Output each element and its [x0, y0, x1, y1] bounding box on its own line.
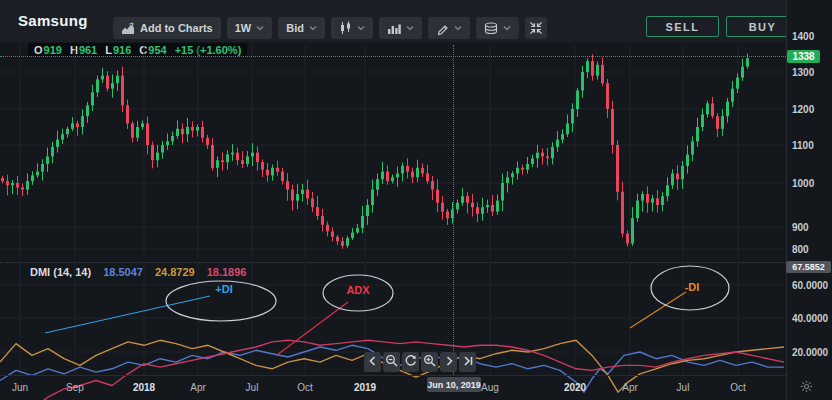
nav-skip-end-button[interactable] — [459, 352, 476, 372]
axis-tick-label: 1000 — [792, 178, 814, 189]
indicators-dropdown[interactable] — [379, 17, 422, 39]
axis-tick-label: 40.0000 — [792, 313, 828, 324]
layers-dropdown[interactable] — [476, 17, 519, 39]
gear-icon[interactable] — [800, 379, 813, 397]
chevron-right-icon — [443, 353, 455, 371]
trading-app-window: Samsung Add to Charts 1W Bid — [0, 0, 832, 400]
svg-text:+DI: +DI — [215, 283, 232, 295]
bar-chart-icon — [387, 22, 401, 35]
dmi-adx-value: 18.1896 — [207, 266, 247, 278]
chevron-down-icon — [454, 25, 462, 31]
interval-value: 1W — [235, 22, 252, 34]
skip-end-icon — [462, 353, 474, 371]
interval-dropdown[interactable]: 1W — [227, 17, 273, 39]
crosshair-vertical-line — [453, 45, 454, 375]
candlestick-chart[interactable] — [0, 45, 786, 258]
trade-buttons: SELL BUY — [646, 16, 799, 37]
nav-reset-button[interactable] — [402, 352, 419, 372]
time-tick-label: Oct — [730, 382, 746, 393]
collapse-chart-button[interactable] — [525, 17, 547, 39]
dmi-plus-di-value: 18.5047 — [103, 266, 143, 278]
time-tick-label: Jul — [246, 382, 259, 393]
annotation-ADX: ADX — [277, 275, 393, 355]
axis-tick-label: 1200 — [792, 104, 814, 115]
axis-tick-label: 60.0000 — [792, 280, 828, 291]
time-tick-label: Sep — [66, 382, 84, 393]
time-tick-label: 2019 — [354, 382, 376, 393]
zoom-in-icon — [423, 353, 436, 371]
svg-text:ADX: ADX — [346, 284, 370, 296]
time-tick-label: Oct — [297, 382, 313, 393]
annotation--DI: -DI — [630, 266, 729, 328]
drawing-tools-dropdown[interactable] — [428, 17, 470, 39]
last-price-line — [0, 56, 786, 57]
time-tick-label: Jul — [677, 382, 690, 393]
axis-tick-label: 1100 — [792, 140, 814, 151]
chevron-down-icon — [309, 25, 317, 31]
sell-button[interactable]: SELL — [646, 16, 719, 37]
add-to-charts-label: Add to Charts — [140, 22, 213, 34]
time-tick-label: Aug — [481, 382, 499, 393]
collapse-icon — [529, 21, 543, 35]
axis-tick-label: 1400 — [792, 31, 814, 42]
axis-tick-label: 1300 — [792, 67, 814, 78]
zoom-out-icon — [385, 353, 398, 371]
nav-zoom-out-button[interactable] — [383, 352, 400, 372]
chart-style-dropdown[interactable] — [331, 17, 373, 39]
time-axis[interactable]: JunSep2018AprJulOct2019Aug2020AprJulOct — [0, 375, 786, 400]
time-tick-label: 2018 — [133, 382, 155, 393]
axis-tick-label: 800 — [792, 244, 809, 255]
price-mode-value: Bid — [286, 22, 304, 34]
chevron-left-icon — [367, 353, 379, 371]
time-tick-label: 2020 — [564, 382, 586, 393]
dmi-minus-di-value: 24.8729 — [155, 266, 195, 278]
chevron-down-icon — [503, 25, 511, 31]
pen-icon — [436, 22, 449, 35]
nav-chevron-left-button[interactable] — [364, 352, 381, 372]
axis-tick-label: 900 — [792, 222, 809, 233]
chart-toolbar: Add to Charts 1W Bid — [113, 17, 547, 39]
reset-icon — [404, 353, 417, 371]
layers-icon — [484, 22, 498, 35]
chevron-down-icon — [256, 25, 264, 31]
symbol-title: Samsung — [18, 12, 88, 29]
nav-zoom-in-button[interactable] — [421, 352, 438, 372]
nav-chevron-right-button[interactable] — [440, 352, 457, 372]
dmi-crosshair-badge: 67.5852 — [786, 261, 831, 273]
time-tick-label: Jun — [12, 382, 28, 393]
dmi-header: DMI (14, 14) 18.5047 24.8729 18.1896 — [30, 266, 246, 278]
price-mode-dropdown[interactable]: Bid — [278, 17, 325, 39]
candlestick-icon — [339, 21, 352, 35]
chevron-down-icon — [406, 25, 414, 31]
chart-navigation — [364, 352, 476, 372]
crosshair-date-tooltip: Jun 10, 2019 — [427, 377, 481, 392]
chevron-down-icon — [357, 25, 365, 31]
time-tick-label: Apr — [190, 382, 206, 393]
axis-tick-label: 20.0000 — [792, 347, 828, 358]
last-price-badge: 1338 — [787, 50, 820, 63]
svg-text:-DI: -DI — [685, 281, 700, 293]
add-to-charts-button[interactable]: Add to Charts — [113, 17, 221, 39]
time-tick-label: Apr — [622, 382, 638, 393]
area-chart-icon — [121, 22, 135, 35]
annotation-+DI: +DI — [45, 281, 276, 333]
dmi-title[interactable]: DMI (14, 14) — [30, 266, 91, 278]
